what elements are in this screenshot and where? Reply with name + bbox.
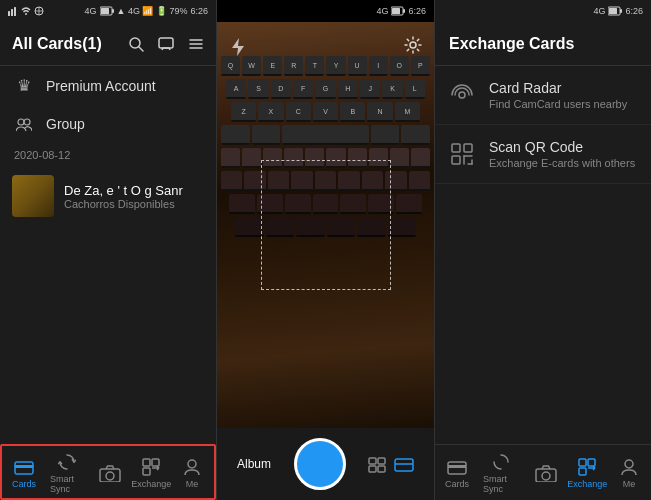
nav-me-right[interactable]: Me: [611, 452, 647, 493]
cards-header: All Cards(1): [0, 22, 216, 66]
me-label-right: Me: [623, 479, 636, 489]
scan-qr-item[interactable]: Scan QR Code Exchange E-cards with other…: [435, 125, 651, 184]
me-nav-icon-left: [183, 456, 201, 477]
menu-icon[interactable]: [188, 33, 204, 54]
status-bar-right: 4G 6:26: [435, 0, 651, 22]
nav-cards-right[interactable]: Cards: [439, 452, 475, 493]
premium-account-item[interactable]: ♛ Premium Account: [0, 66, 216, 105]
card-avatar: [12, 175, 54, 217]
svg-rect-54: [588, 459, 595, 466]
svg-point-52: [542, 472, 550, 480]
nav-cards[interactable]: Cards: [6, 452, 42, 493]
shutter-inner: [300, 444, 340, 484]
group-item[interactable]: Group: [0, 105, 216, 143]
svg-rect-22: [143, 459, 150, 466]
time-label: 6:26: [190, 6, 208, 16]
time-middle: 6:26: [408, 6, 426, 16]
svg-point-41: [459, 92, 465, 98]
status-right-middle: 4G 6:26: [376, 6, 426, 16]
network-middle: 4G: [376, 6, 388, 16]
panel-exchange: 4G 6:26 Exchange Cards Card Radar Find C…: [434, 0, 651, 500]
cards-label-right: Cards: [445, 479, 469, 489]
cards-nav-icon-right: [447, 456, 467, 477]
exchange-label-right: Exchange: [567, 479, 607, 489]
svg-rect-1: [11, 9, 13, 16]
exchange-nav-icon-left: [142, 456, 160, 477]
svg-rect-24: [143, 468, 150, 475]
cards-title: All Cards(1): [12, 35, 102, 53]
smart-sync-nav-icon: [58, 451, 76, 472]
nav-smart-sync[interactable]: Smart Sync: [42, 447, 92, 498]
settings-icon[interactable]: [404, 34, 422, 55]
svg-rect-23: [152, 459, 159, 466]
battery-percent: ▲ 4G 📶 🔋 79%: [117, 6, 188, 16]
signal-icon: [8, 6, 18, 16]
nav-exchange-left[interactable]: Exchange: [128, 452, 174, 493]
status-icons-left: [8, 6, 44, 16]
bottom-nav-right: Cards Smart Sync Exchange Me: [435, 444, 651, 500]
album-button[interactable]: Album: [237, 457, 271, 471]
svg-rect-50: [448, 465, 466, 468]
nav-me-left[interactable]: Me: [174, 452, 210, 493]
nav-camera-left[interactable]: [92, 458, 128, 487]
camera-icon-right: [535, 462, 557, 483]
svg-marker-29: [232, 38, 244, 56]
card-radar-content: Card Radar Find CamCard users nearby: [489, 80, 627, 110]
premium-label: Premium Account: [46, 78, 156, 94]
shutter-button[interactable]: [294, 438, 346, 490]
flash-icon[interactable]: [229, 34, 247, 57]
svg-rect-44: [452, 156, 460, 164]
svg-rect-42: [452, 144, 460, 152]
nav-exchange-right[interactable]: Exchange: [564, 452, 611, 493]
svg-point-21: [106, 472, 114, 480]
battery-icon: [100, 6, 114, 16]
status-bar-left: 4G ▲ 4G 📶 🔋 79% 6:26: [0, 0, 216, 22]
svg-point-31: [410, 42, 416, 48]
camera-controls: Album: [217, 428, 434, 500]
svg-rect-32: [369, 458, 376, 464]
svg-rect-12: [159, 38, 173, 48]
svg-rect-19: [15, 465, 33, 468]
card-item[interactable]: De Za, e ' t O g Sanr Cachorros Disponib…: [0, 167, 216, 225]
exchange-header: Exchange Cards: [435, 22, 651, 66]
battery-icon-middle: [391, 6, 405, 16]
date-label: 2020-08-12: [0, 143, 216, 167]
svg-point-25: [188, 460, 196, 468]
time-right: 6:26: [625, 6, 643, 16]
svg-rect-0: [8, 11, 10, 16]
wifi-icon: [21, 6, 31, 16]
panel-cards: 4G ▲ 4G 📶 🔋 79% 6:26 All Cards(1) ♛ Prem…: [0, 0, 217, 500]
grid-view-icon[interactable]: [368, 455, 386, 473]
nav-smart-sync-right[interactable]: Smart Sync: [475, 447, 528, 498]
card-info: De Za, e ' t O g Sanr Cachorros Disponib…: [64, 183, 204, 210]
card-radar-item[interactable]: Card Radar Find CamCard users nearby: [435, 66, 651, 125]
qr-scan-box: [261, 160, 391, 290]
svg-rect-9: [112, 9, 114, 13]
card-name: De Za, e ' t O g Sanr: [64, 183, 204, 198]
nav-camera-right[interactable]: [528, 458, 564, 487]
status-bar-middle: 4G 6:26: [217, 0, 434, 22]
svg-line-11: [139, 47, 143, 51]
cards-nav-icon: [14, 456, 34, 477]
bottom-nav-left: Cards Smart Sync Exchange Me: [0, 444, 216, 500]
exchange-title: Exchange Cards: [449, 35, 574, 53]
status-icons-right: 4G ▲ 4G 📶 🔋 79% 6:26: [85, 6, 208, 16]
me-nav-label-left: Me: [186, 479, 199, 489]
smart-sync-icon-right: [492, 451, 510, 472]
svg-rect-2: [14, 7, 16, 16]
location-icon: [34, 6, 44, 16]
network-label: 4G: [85, 6, 97, 16]
svg-rect-28: [403, 9, 405, 13]
svg-rect-55: [579, 468, 586, 475]
battery-icon-right: [608, 6, 622, 16]
scan-qr-content: Scan QR Code Exchange E-cards with other…: [489, 139, 635, 169]
card-radar-subtitle: Find CamCard users nearby: [489, 98, 627, 110]
message-icon[interactable]: [158, 33, 174, 54]
me-icon-right: [620, 456, 638, 477]
search-icon[interactable]: [128, 33, 144, 54]
scan-qr-title: Scan QR Code: [489, 139, 635, 155]
card-scan-icon[interactable]: [394, 455, 414, 473]
svg-rect-39: [609, 8, 617, 14]
group-icon: [14, 115, 34, 133]
svg-point-16: [18, 119, 24, 125]
